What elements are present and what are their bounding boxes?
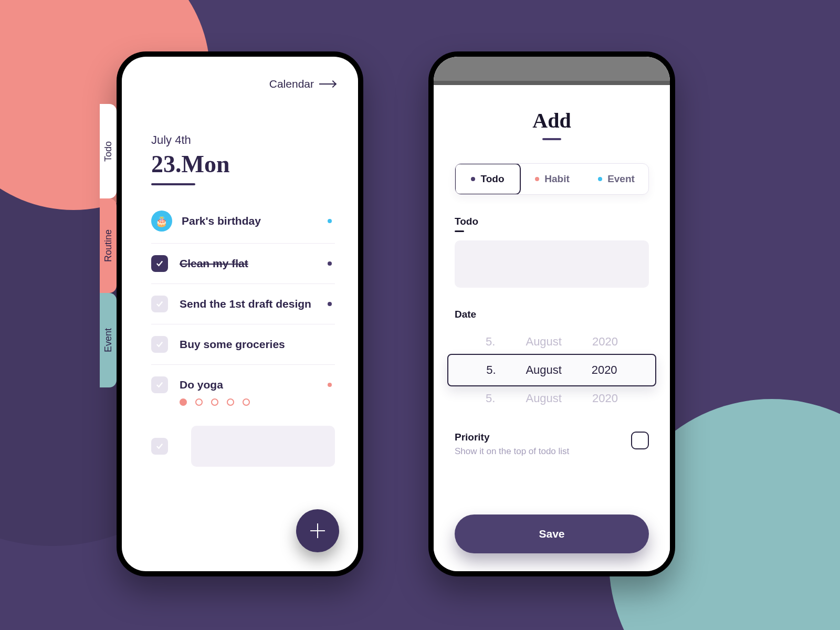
checkbox[interactable] xyxy=(151,336,168,353)
list-item[interactable]: 🎂 Park's birthday xyxy=(151,199,335,244)
picker-year: 2020 xyxy=(592,335,618,349)
side-tab-event[interactable]: Event xyxy=(100,293,117,387)
picker-row-selected[interactable]: 5. August 2020 xyxy=(447,354,656,386)
side-tab-todo[interactable]: Todo xyxy=(100,104,117,198)
birthday-icon: 🎂 xyxy=(151,211,172,232)
picker-year: 2020 xyxy=(592,363,617,377)
page-title: Add xyxy=(455,108,649,133)
item-text: Clean my flat xyxy=(180,257,248,270)
check-icon xyxy=(155,380,164,390)
picker-row-prev[interactable]: 5. August 2020 xyxy=(455,330,649,354)
type-option-habit[interactable]: Habit xyxy=(520,164,584,194)
todo-input[interactable] xyxy=(455,240,649,288)
side-tab-routine[interactable]: Routine xyxy=(100,198,117,293)
check-icon xyxy=(155,259,164,268)
picker-year: 2020 xyxy=(592,392,618,405)
new-item-placeholder[interactable] xyxy=(151,415,335,477)
streak-dot xyxy=(211,398,218,406)
category-dot xyxy=(328,302,332,306)
sheet-backdrop xyxy=(434,57,670,85)
picker-month: August xyxy=(526,335,562,349)
check-icon xyxy=(155,442,164,451)
phone-add: Add Todo Habit Event Todo Date xyxy=(428,51,675,576)
date-subtitle: July 4th xyxy=(151,133,335,147)
streak-dot xyxy=(227,398,234,406)
streak-dot xyxy=(195,398,203,406)
picker-row-next[interactable]: 5. August 2020 xyxy=(455,386,649,411)
checkbox[interactable] xyxy=(151,296,168,312)
picker-day: 5. xyxy=(486,335,495,349)
streak-dot xyxy=(243,398,250,406)
list-item[interactable]: Send the 1st draft design xyxy=(151,284,335,324)
list-item[interactable]: Do yoga xyxy=(151,365,335,398)
picker-month: August xyxy=(526,392,562,405)
item-text: Send the 1st draft design xyxy=(180,298,311,310)
priority-checkbox[interactable] xyxy=(631,432,649,449)
save-button-label: Save xyxy=(539,528,564,540)
picker-day: 5. xyxy=(486,392,495,405)
calendar-link-label: Calendar xyxy=(269,78,314,90)
category-dot xyxy=(328,219,332,223)
item-text: Do yoga xyxy=(180,379,223,391)
placeholder-box xyxy=(191,426,335,467)
habit-streak xyxy=(151,398,335,415)
type-option-event[interactable]: Event xyxy=(584,164,648,194)
type-label: Habit xyxy=(544,173,570,185)
title-underline xyxy=(542,138,561,140)
field-label-date: Date xyxy=(455,309,649,320)
check-icon xyxy=(155,299,164,309)
type-selector: Todo Habit Event xyxy=(455,163,649,195)
todo-list: 🎂 Park's birthday Clean my flat Send the xyxy=(151,199,335,477)
arrow-right-icon xyxy=(319,83,335,85)
title-underline xyxy=(151,183,195,185)
item-text: Buy some groceries xyxy=(180,338,285,351)
type-dot-icon xyxy=(598,177,602,181)
item-text: Park's birthday xyxy=(182,215,261,227)
save-button[interactable]: Save xyxy=(455,514,649,553)
type-label: Todo xyxy=(480,173,504,185)
add-button[interactable] xyxy=(296,509,339,552)
type-label: Event xyxy=(607,173,635,185)
checkbox[interactable] xyxy=(151,376,168,393)
streak-dot-filled xyxy=(180,398,187,406)
date-title: 23.Mon xyxy=(151,150,335,178)
priority-subtitle: Show it on the top of todo list xyxy=(455,446,569,457)
picker-day: 5. xyxy=(486,363,496,377)
field-label-priority: Priority xyxy=(455,432,569,443)
type-option-todo[interactable]: Todo xyxy=(455,163,521,195)
side-tabs: Todo Routine Event xyxy=(100,104,117,387)
phone-todo: Todo Routine Event Calendar July 4th 23.… xyxy=(117,51,363,576)
type-dot-icon xyxy=(471,177,475,181)
picker-month: August xyxy=(526,363,562,377)
checkbox[interactable] xyxy=(151,438,168,455)
category-dot xyxy=(328,261,332,266)
field-label-todo: Todo xyxy=(455,216,649,227)
type-dot-icon xyxy=(535,177,539,181)
field-underline xyxy=(455,230,464,232)
list-item[interactable]: Buy some groceries xyxy=(151,324,335,365)
calendar-link[interactable]: Calendar xyxy=(269,78,335,90)
list-item[interactable]: Clean my flat xyxy=(151,244,335,284)
category-dot xyxy=(328,383,332,387)
check-icon xyxy=(155,340,164,349)
checkbox-checked[interactable] xyxy=(151,255,168,272)
date-picker[interactable]: 5. August 2020 5. August 2020 5. August … xyxy=(455,330,649,408)
